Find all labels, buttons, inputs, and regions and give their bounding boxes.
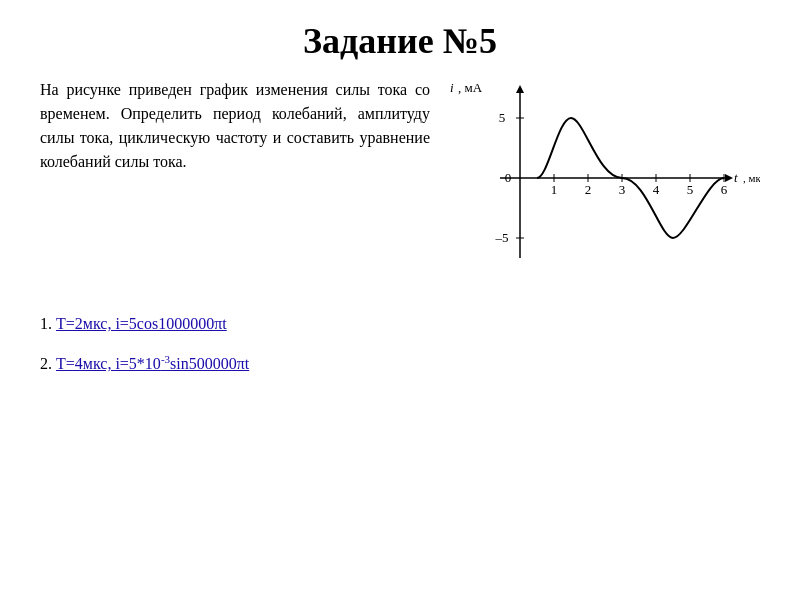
- answer2-label: 2.: [40, 355, 52, 372]
- answer1-link[interactable]: Т=2мкс, i=5cos1000000πt: [56, 315, 227, 332]
- x-axis-label-t: t: [734, 170, 738, 185]
- x-label-2: 2: [585, 182, 592, 197]
- y-label-minus5: –5: [495, 230, 509, 245]
- x-label-5: 5: [687, 182, 694, 197]
- answer2-text-suffix: sin500000πt: [170, 355, 249, 372]
- answer-2: 2. Т=4мкс, i=5*10-3sin500000πt: [40, 348, 760, 380]
- x-axis-arrow: [725, 174, 733, 182]
- answer2-link[interactable]: Т=4мкс, i=5*10-3sin500000πt: [56, 355, 249, 372]
- y-label-5: 5: [499, 110, 506, 125]
- x-label-6: 6: [721, 182, 728, 197]
- x-axis-label-unit: , мкс: [743, 172, 760, 184]
- answer1-label: 1.: [40, 315, 52, 332]
- x-label-3: 3: [619, 182, 626, 197]
- answer2-text-prefix: Т=4мкс, i=5*10: [56, 355, 161, 372]
- description-text: На рисунке приведен график изменения сил…: [40, 78, 430, 174]
- answer1-text: Т=2мкс, i=5cos1000000πt: [56, 315, 227, 332]
- graph-svg: i , мА t , мкс 5 0: [440, 78, 760, 278]
- y-label-0: 0: [505, 170, 512, 185]
- y-axis-label: i: [450, 80, 454, 95]
- y-axis-unit: , мА: [458, 80, 483, 95]
- page: Задание №5 На рисунке приведен график из…: [0, 0, 800, 600]
- x-label-1: 1: [551, 182, 558, 197]
- graph-container: i , мА t , мкс 5 0: [440, 78, 760, 278]
- description: На рисунке приведен график изменения сил…: [40, 81, 430, 170]
- answer2-superscript: -3: [161, 353, 170, 365]
- x-label-4: 4: [653, 182, 660, 197]
- page-title: Задание №5: [40, 20, 760, 62]
- answer-1: 1. Т=2мкс, i=5cos1000000πt: [40, 308, 760, 340]
- content-row: На рисунке приведен график изменения сил…: [40, 78, 760, 278]
- answers-section: 1. Т=2мкс, i=5cos1000000πt 2. Т=4мкс, i=…: [40, 308, 760, 388]
- y-axis-arrow: [516, 85, 524, 93]
